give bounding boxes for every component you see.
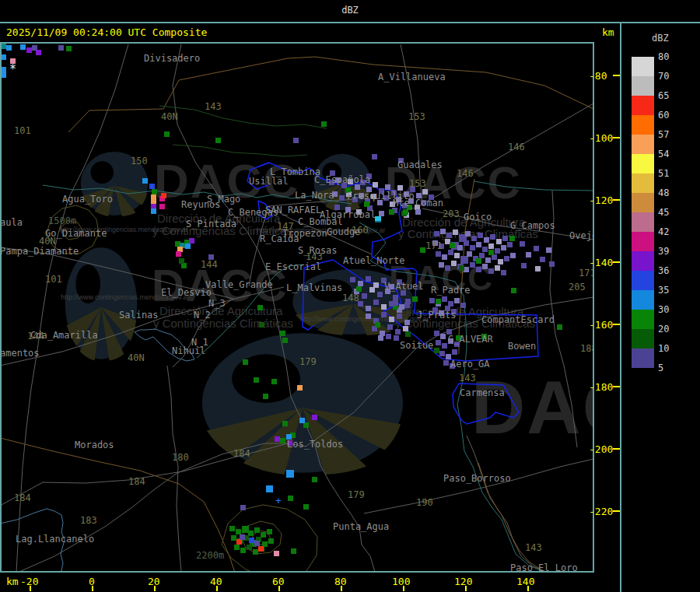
km-unit-label: km: [602, 26, 614, 38]
radar-echo-pixel: [460, 256, 468, 264]
radar-echo-pixel: [509, 236, 515, 241]
radar-echo-pixel: [535, 266, 541, 271]
radar-echo-pixel: [495, 265, 500, 271]
legend-color-box: [632, 329, 654, 349]
radar-echo-pixel: [248, 531, 254, 536]
radar-echo-pixel: [303, 504, 309, 510]
town-label: G_ALVEAR: [448, 334, 493, 345]
legend-color-box: [632, 115, 654, 135]
radar-echo-pixel: [229, 526, 235, 531]
legend-color-box: [632, 57, 654, 76]
road-number-label: 179: [348, 489, 365, 500]
radar-echo-pixel: [58, 45, 64, 51]
legend-tick-label: 45: [658, 207, 669, 218]
radar-echo-pixel: [2, 72, 6, 78]
radar-echo-pixel: [366, 314, 371, 319]
radar-echo-pixel: [484, 237, 489, 243]
radar-echo-pixel: [442, 254, 447, 260]
radar-echo-pixel: [492, 254, 497, 260]
top-divider-line: [0, 22, 700, 23]
radar-echo-pixel: [436, 251, 441, 257]
legend-title: dBZ: [652, 33, 669, 44]
radar-echo-pixel: [254, 377, 259, 383]
town-label: S_Pintada: [186, 219, 236, 229]
radar-map-viewport[interactable]: DACCDirección de Agriculturay Contingenc…: [2, 44, 593, 571]
legend-tick-label: 36: [658, 265, 669, 276]
radar-echo-pixel: [291, 548, 296, 554]
radar-echo-pixel: [176, 251, 181, 257]
radar-echo-pixel: [355, 184, 360, 190]
radar-echo-pixel: [263, 394, 268, 399]
radar-echo-pixel: [259, 322, 264, 328]
radar-echo-pixel: [546, 247, 551, 253]
road-number-label: 153: [408, 111, 425, 122]
radar-echo-pixel: [440, 229, 446, 234]
radar-echo-pixel: [185, 243, 191, 249]
radar-echo-pixel: [240, 505, 246, 510]
radar-echo-pixel: [312, 477, 317, 482]
road-number-label: 205: [569, 282, 586, 292]
legend-tick-label: 48: [658, 187, 669, 198]
y-axis-tick: [613, 448, 620, 450]
radar-echo-pixel: [366, 306, 371, 311]
radar-echo-pixel: [452, 349, 457, 355]
radar-echo-pixel: [420, 247, 425, 253]
radar-echo-pixel: [280, 438, 285, 443]
y-axis-label: -220: [589, 506, 613, 517]
legend-tick-label: 5: [658, 363, 663, 373]
town-label: Agua_Toro: [62, 194, 113, 205]
legend-color-box: [632, 212, 654, 232]
town-label: N_2: [194, 310, 211, 321]
radar-echo-pixel: [257, 305, 263, 310]
town-label: Morados: [75, 440, 114, 450]
radar-echo-pixel: [404, 320, 410, 325]
x-axis-label: km: [6, 576, 19, 587]
town-label: Oveje: [569, 230, 593, 241]
radar-echo-pixel: [389, 209, 394, 215]
radar-echo-pixel: [443, 360, 449, 366]
radar-echo-pixel: [254, 527, 260, 533]
legend-color-box: [632, 349, 654, 368]
radar-echo-pixel: [373, 300, 379, 305]
y-axis-tick: [613, 75, 620, 76]
radar-echo-pixel: [350, 277, 355, 282]
radar-echo-pixel: [339, 195, 345, 201]
radar-echo-pixel: [381, 312, 387, 317]
y-axis-label: -80: [589, 70, 607, 82]
radar-echo-pixel: [249, 538, 254, 543]
radar-echo-pixel: [526, 252, 531, 257]
legend-tick-label: 30: [658, 304, 669, 315]
radar-echo-pixel: [303, 422, 309, 428]
legend-tick-label: 80: [658, 51, 669, 62]
x-axis-tick: [527, 586, 529, 591]
radar-echo-pixel: [312, 415, 317, 420]
radar-echo-pixel: [507, 242, 513, 247]
x-axis-label: 120: [454, 576, 472, 587]
x-axis-tick: [403, 586, 404, 591]
radar-echo-pixel: [498, 259, 503, 264]
radar-echo-pixel: [181, 263, 187, 268]
y-axis-label: -160: [589, 319, 613, 331]
radar-echo-pixel: [397, 185, 403, 191]
y-axis-label: -200: [589, 443, 613, 455]
town-label: Usillal: [249, 176, 289, 187]
radar-echo-pixel: [534, 246, 539, 251]
town-label: aula: [2, 217, 23, 228]
x-axis-tick: [341, 586, 342, 591]
town-label: Bowen: [508, 341, 536, 352]
map-line: [467, 436, 556, 571]
radar-echo-pixel: [488, 243, 494, 249]
radar-echo-pixel: [496, 239, 502, 244]
radar-echo-pixel: [482, 264, 488, 269]
town-label: Lag.Llancanelo: [16, 534, 94, 545]
radar-echo-pixel: [240, 548, 246, 553]
town-label: Reyunos: [181, 199, 221, 210]
radar-echo-pixel: [415, 209, 421, 215]
radar-echo-pixel: [149, 184, 155, 189]
radar-echo-pixel: [152, 189, 157, 194]
radar-echo-pixel: [557, 324, 562, 330]
legend-color-box: [632, 96, 654, 115]
radar-echo-pixel: [448, 250, 453, 255]
road-number-label: 184: [128, 476, 145, 487]
town-label: Punta_Agua: [333, 521, 389, 532]
